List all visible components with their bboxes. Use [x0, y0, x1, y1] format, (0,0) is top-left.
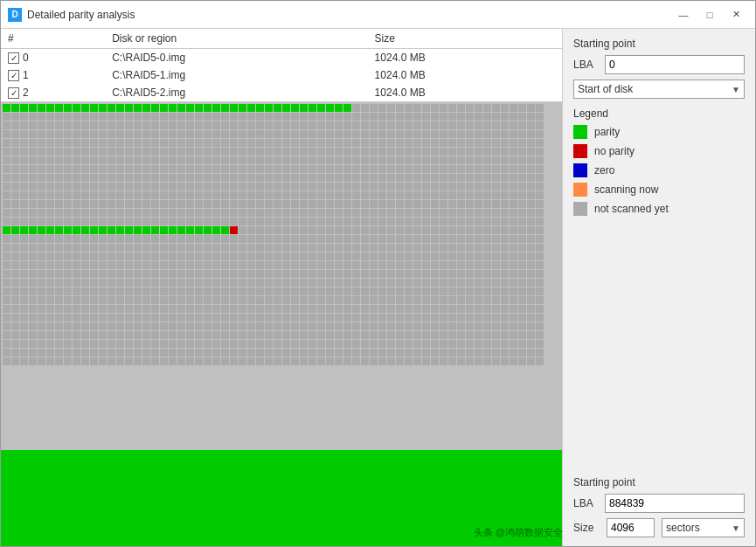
- svg-rect-894: [230, 226, 238, 234]
- svg-rect-313: [29, 148, 37, 156]
- svg-rect-415: [378, 156, 386, 164]
- svg-rect-238: [457, 130, 465, 138]
- sectors-dropdown[interactable]: sectors ▼: [662, 518, 745, 537]
- svg-rect-1525: [326, 314, 334, 322]
- svg-rect-1133: [151, 261, 159, 269]
- svg-rect-1698: [212, 340, 220, 348]
- svg-rect-1288: [422, 279, 430, 287]
- lba-top-input[interactable]: [605, 55, 745, 74]
- svg-rect-563: [46, 183, 54, 190]
- svg-rect-1362: [527, 287, 535, 295]
- svg-rect-132: [73, 121, 80, 129]
- svg-rect-1229: [448, 270, 456, 278]
- svg-rect-1105: [448, 253, 456, 260]
- svg-rect-649: [256, 191, 264, 199]
- svg-rect-1395: [274, 296, 281, 304]
- svg-rect-1139: [204, 261, 212, 269]
- svg-rect-44: [387, 104, 395, 112]
- svg-rect-1599: [431, 322, 439, 330]
- svg-rect-583: [221, 183, 229, 190]
- svg-rect-418: [405, 156, 413, 164]
- svg-rect-1169: [466, 261, 474, 269]
- svg-rect-971: [361, 235, 369, 243]
- svg-rect-494: [527, 165, 535, 173]
- svg-rect-1739: [29, 349, 37, 357]
- svg-rect-1396: [282, 296, 290, 304]
- svg-rect-1232: [475, 270, 482, 278]
- svg-rect-86: [212, 113, 220, 121]
- svg-rect-917: [431, 226, 439, 234]
- svg-rect-625: [46, 191, 54, 199]
- svg-rect-888: [177, 226, 185, 234]
- svg-rect-38: [335, 104, 343, 112]
- svg-rect-1835: [326, 357, 334, 365]
- svg-rect-1588: [335, 322, 343, 330]
- svg-rect-1538: [440, 314, 447, 322]
- svg-rect-1268: [247, 279, 255, 287]
- svg-rect-1803: [46, 357, 54, 365]
- svg-rect-1029: [326, 244, 334, 252]
- svg-rect-1770: [300, 349, 308, 357]
- svg-rect-550: [475, 174, 482, 182]
- svg-rect-1810: [108, 357, 115, 365]
- svg-rect-731: [431, 200, 439, 208]
- svg-rect-74: [108, 113, 115, 121]
- svg-rect-1415: [448, 296, 456, 304]
- svg-rect-577: [169, 183, 177, 190]
- svg-rect-1240: [3, 279, 10, 287]
- row2-checkbox[interactable]: [8, 87, 19, 99]
- svg-rect-749: [46, 209, 54, 217]
- row0-checkbox[interactable]: [8, 52, 19, 64]
- svg-rect-405: [291, 156, 299, 164]
- legend-item-no-parity: no parity: [573, 144, 745, 158]
- svg-rect-184: [527, 121, 535, 129]
- svg-rect-643: [204, 191, 212, 199]
- svg-rect-605: [413, 183, 421, 190]
- bottom-green-region: [1, 450, 562, 546]
- svg-rect-378: [55, 156, 63, 164]
- svg-rect-659: [343, 191, 351, 199]
- svg-rect-1391: [239, 296, 246, 304]
- svg-rect-1654: [370, 331, 378, 339]
- svg-rect-999: [64, 244, 72, 252]
- maximize-button[interactable]: □: [697, 6, 722, 24]
- row1-checkbox[interactable]: [8, 70, 19, 81]
- close-button[interactable]: ✕: [724, 6, 748, 24]
- svg-rect-190: [38, 130, 45, 138]
- svg-rect-1082: [247, 253, 255, 260]
- svg-rect-447: [116, 165, 124, 173]
- svg-rect-1773: [326, 349, 334, 357]
- svg-rect-791: [413, 209, 421, 217]
- svg-rect-105: [378, 113, 386, 121]
- svg-rect-789: [396, 209, 404, 217]
- svg-rect-373: [11, 156, 19, 164]
- svg-rect-450: [142, 165, 150, 173]
- svg-rect-1852: [475, 357, 482, 365]
- map-area: [1, 102, 562, 546]
- size-input[interactable]: [607, 518, 655, 537]
- svg-rect-1534: [405, 314, 413, 322]
- svg-rect-1500: [108, 314, 115, 322]
- svg-rect-482: [422, 165, 430, 173]
- svg-rect-1188: [90, 270, 98, 278]
- svg-rect-1647: [309, 331, 316, 339]
- svg-rect-1233: [483, 270, 491, 278]
- svg-rect-1179: [11, 270, 19, 278]
- svg-rect-1502: [125, 314, 133, 322]
- svg-rect-1582: [282, 322, 290, 330]
- lba-bottom-input[interactable]: [605, 494, 745, 513]
- svg-rect-315: [46, 148, 54, 156]
- svg-rect-751: [64, 209, 72, 217]
- svg-rect-203: [151, 130, 159, 138]
- svg-rect-1802: [38, 357, 45, 365]
- svg-rect-1291: [448, 279, 456, 287]
- svg-rect-772: [247, 209, 255, 217]
- start-of-disk-dropdown[interactable]: Start of disk ▼: [573, 80, 745, 99]
- minimize-button[interactable]: —: [671, 6, 696, 24]
- svg-rect-919: [448, 226, 456, 234]
- svg-rect-1731: [501, 340, 509, 348]
- svg-rect-858: [457, 218, 465, 225]
- svg-rect-936: [55, 235, 63, 243]
- svg-rect-1847: [431, 357, 439, 365]
- svg-rect-70: [73, 113, 80, 121]
